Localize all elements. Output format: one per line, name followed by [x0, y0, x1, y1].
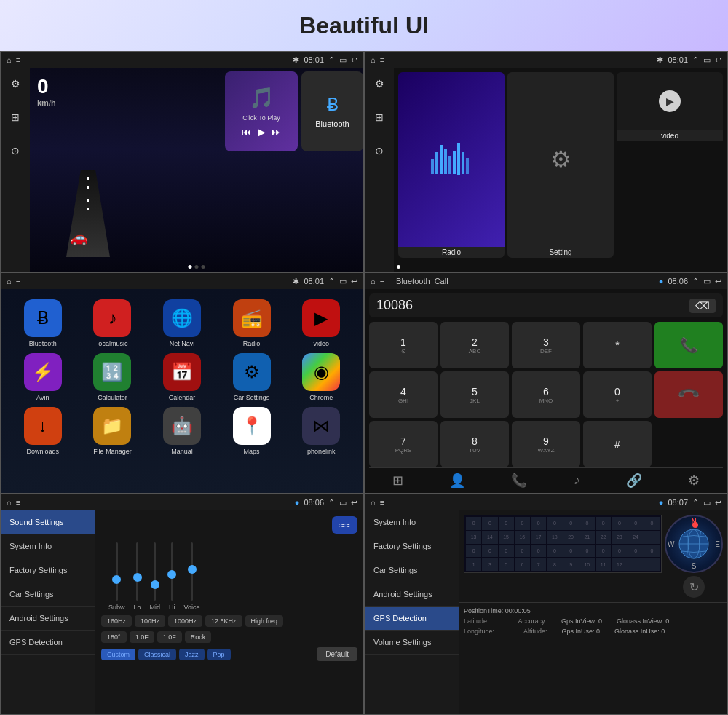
- panel4-content: 10086 ⌫ 1⊙2ABC3DEF*📞4GHI5JKL6MNO0+📞7PQRS…: [365, 289, 727, 493]
- slider-lo[interactable]: Lo: [134, 542, 141, 611]
- dial-key-#[interactable]: #: [583, 421, 652, 467]
- music-controls[interactable]: ⏮ ▶ ⏭: [242, 126, 282, 138]
- app-label-calculator: Calculator: [98, 394, 127, 401]
- status-bar-2: ⌂ ≡ ✱ 08:01 ⌃ ▭ ↩: [365, 52, 727, 68]
- nav-icon-3: ⌃: [328, 277, 335, 286]
- app-item-localmusic[interactable]: ♪localmusic: [81, 299, 145, 347]
- default-button[interactable]: Default: [317, 647, 357, 661]
- app-item-file-manager[interactable]: 📁File Manager: [81, 407, 145, 455]
- app-item-phonelink[interactable]: ⋈phonelink: [289, 407, 353, 455]
- app-item-net-navi[interactable]: 🌐Net Navi: [150, 299, 214, 347]
- dial-key-1[interactable]: 1⊙: [369, 322, 438, 368]
- eq-toggle[interactable]: ≈≈: [332, 516, 357, 534]
- contact-icon[interactable]: 👤: [449, 473, 465, 489]
- prev-btn[interactable]: ⏮: [242, 126, 252, 138]
- dot-1[interactable]: [189, 265, 192, 269]
- svg-rect-5: [435, 152, 438, 174]
- sidebar-car-settings[interactable]: Car Settings: [1, 582, 95, 607]
- play-btn[interactable]: ▶: [258, 126, 266, 138]
- slider-subw[interactable]: Subw: [108, 542, 125, 611]
- nav-icon[interactable]: ⊙: [5, 141, 25, 161]
- back-icon-2: ↩: [715, 55, 721, 65]
- nav-icon-2b[interactable]: ⊙: [369, 141, 389, 161]
- gps-sidebar-factory[interactable]: Factory Settings: [365, 534, 459, 558]
- freq-btn-12.5khz[interactable]: 12.5KHz: [205, 615, 242, 627]
- dial-key-6[interactable]: 6MNO: [512, 371, 580, 418]
- call-button[interactable]: 📞: [654, 322, 723, 368]
- sat-cell: 0: [628, 517, 644, 530]
- preset-btn-jazz[interactable]: Jazz: [179, 649, 205, 660]
- gps-sidebar-android[interactable]: Android Settings: [365, 582, 459, 607]
- slider-voice[interactable]: Voice: [184, 542, 200, 611]
- bluetooth-card[interactable]: Ƀ Bluetooth: [301, 71, 363, 151]
- slider-mid[interactable]: Mid: [150, 542, 161, 611]
- gps-sidebar-volume[interactable]: Volume Settings: [365, 631, 459, 655]
- settings-icon-call[interactable]: ⚙: [688, 473, 700, 489]
- gps-row-1: Latitude: Accuracy: Gps InView: 0 Glonas…: [464, 616, 723, 626]
- freq-btn-high-freq[interactable]: High freq: [245, 615, 284, 627]
- sidebar-sound-settings[interactable]: Sound Settings: [1, 510, 95, 534]
- dot-2-1[interactable]: [397, 265, 400, 269]
- media-item-setting[interactable]: ⚙ Setting: [507, 72, 614, 258]
- grid-icon[interactable]: ⊞: [5, 107, 25, 127]
- gps-sidebar-car[interactable]: Car Settings: [365, 558, 459, 582]
- app-item-maps[interactable]: 📍Maps: [220, 407, 284, 455]
- dot-3[interactable]: [202, 265, 205, 269]
- link-icon[interactable]: 🔗: [626, 473, 642, 489]
- freq-btn-1000hz[interactable]: 1000Hz: [168, 615, 202, 627]
- val-btn-2[interactable]: 1.0F: [157, 631, 182, 643]
- dial-key-9[interactable]: 9WXYZ: [512, 421, 580, 467]
- app-item-radio[interactable]: 📻Radio: [220, 299, 284, 347]
- dial-key-8[interactable]: 8TUV: [440, 421, 509, 467]
- app-item-manual[interactable]: 🤖Manual: [150, 407, 214, 455]
- val-btn-1[interactable]: 1.0F: [130, 631, 154, 643]
- delete-button[interactable]: ⌫: [689, 299, 716, 313]
- sidebar-system-info[interactable]: System Info: [1, 534, 95, 558]
- app-item-avin[interactable]: ⚡Avin: [11, 353, 75, 401]
- settings-icon-2[interactable]: ⚙: [369, 74, 389, 94]
- next-btn[interactable]: ⏭: [272, 126, 282, 138]
- play-button[interactable]: ▶: [659, 90, 681, 112]
- preset-btn-custom[interactable]: Custom: [101, 649, 135, 660]
- gps-sidebar-system[interactable]: System Info: [365, 510, 459, 534]
- sidebar-gps-detection[interactable]: GPS Detection: [1, 631, 95, 655]
- freq-btn-100hz[interactable]: 100Hz: [135, 615, 165, 627]
- refresh-button[interactable]: ↻: [683, 576, 705, 598]
- sidebar-factory-settings[interactable]: Factory Settings: [1, 558, 95, 582]
- preset-btn-classical[interactable]: Classical: [138, 649, 176, 660]
- settings-icon[interactable]: ⚙: [5, 74, 25, 94]
- freq-btn-160hz[interactable]: 160Hz: [101, 615, 132, 627]
- media-item-video[interactable]: ▶ video: [617, 72, 723, 258]
- grid-icon-2[interactable]: ⊞: [369, 107, 389, 127]
- dial-key-2[interactable]: 2ABC: [440, 322, 509, 368]
- app-item-car-settings[interactable]: ⚙Car Settings: [220, 353, 284, 401]
- keypad-icon[interactable]: ⊞: [392, 473, 403, 489]
- val-btn-3[interactable]: Rock: [185, 631, 212, 643]
- app-item-video[interactable]: ▶video: [289, 299, 353, 347]
- end-call-button[interactable]: 📞: [654, 371, 723, 418]
- app-item-calculator[interactable]: 🔢Calculator: [81, 353, 145, 401]
- dial-key-3[interactable]: 3DEF: [512, 322, 580, 368]
- val-btn-0[interactable]: 180°: [101, 631, 127, 643]
- dial-key-0[interactable]: 0+: [583, 371, 652, 418]
- dot-2[interactable]: [195, 265, 199, 269]
- sidebar-android-settings[interactable]: Android Settings: [1, 607, 95, 631]
- app-item-bluetooth[interactable]: ɃBluetooth: [11, 299, 75, 347]
- app-item-calendar[interactable]: 📅Calendar: [150, 353, 214, 401]
- sat-cell: 0: [466, 517, 481, 530]
- slider-track-hi: [171, 542, 173, 601]
- dial-key-*[interactable]: *: [583, 322, 652, 368]
- dial-key-4[interactable]: 4GHI: [369, 371, 438, 418]
- music-card[interactable]: 🎵 Click To Play ⏮ ▶ ⏭: [225, 71, 298, 151]
- preset-btn-pop[interactable]: Pop: [207, 649, 231, 660]
- dial-key-5[interactable]: 5JKL: [440, 371, 509, 418]
- call-log-icon[interactable]: 📞: [511, 473, 527, 489]
- music-icon-call[interactable]: ♪: [574, 473, 580, 489]
- svg-rect-9: [453, 151, 456, 174]
- media-item-radio[interactable]: Radio: [398, 72, 505, 258]
- dial-key-7[interactable]: 7PQRS: [369, 421, 438, 467]
- app-item-downloads[interactable]: ↓Downloads: [11, 407, 75, 455]
- app-item-chrome[interactable]: ◉Chrome: [289, 353, 353, 401]
- slider-hi[interactable]: Hi: [169, 542, 175, 611]
- gps-sidebar-gps[interactable]: GPS Detection: [365, 607, 459, 631]
